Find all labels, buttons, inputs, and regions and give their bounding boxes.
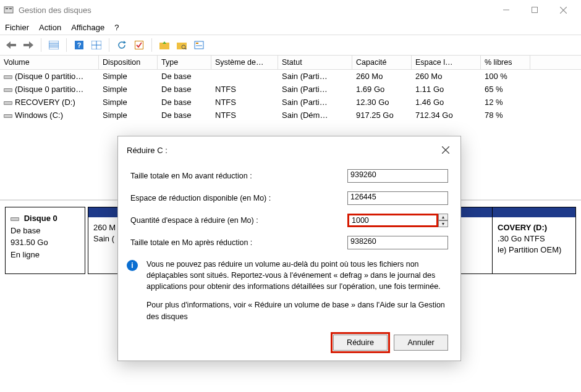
svg-rect-37 [4,115,12,117]
info-icon: i [127,260,138,271]
properties-icon[interactable] [192,38,206,52]
back-button[interactable] [4,38,19,52]
svg-text:?: ? [77,41,82,49]
svg-rect-39 [11,218,19,220]
volume-icon [4,87,12,93]
close-button[interactable] [549,1,577,19]
col-volume[interactable]: Volume [0,56,99,69]
svg-rect-27 [195,41,203,49]
svg-rect-28 [196,43,198,44]
col-fs[interactable]: Système de… [211,56,278,69]
menu-action[interactable]: Action [39,23,61,32]
dialog-title: Réduire C : [127,146,168,155]
svg-rect-1 [6,8,8,9]
table-row[interactable]: RECOVERY (D:)SimpleDe baseNTFSSain (Part… [0,96,581,109]
svg-rect-4 [532,7,538,13]
svg-rect-8 [10,44,16,46]
table-header: Volume Disposition Type Système de… Stat… [0,56,581,70]
spin-up-button[interactable]: ▲ [438,214,448,220]
svg-rect-35 [4,102,12,104]
disk-management-icon [4,5,14,15]
forward-button[interactable] [21,38,36,52]
svg-rect-10 [23,44,30,46]
window-title: Gestion des disques [19,6,91,15]
dialog-close-button[interactable] [438,143,453,157]
titlebar: Gestion des disques [0,0,581,20]
folder-up-icon[interactable] [157,38,172,52]
menu-help[interactable]: ? [114,23,119,32]
label-available: Espace de réduction disponible (en Mo) : [130,194,347,202]
spin-down-button[interactable]: ▼ [438,220,448,227]
info-text-1: Vous ne pouvez pas réduire un volume au-… [146,259,448,292]
check-icon[interactable] [132,38,146,52]
info-text-2: Pour plus d'informations, voir « Réduire… [146,299,448,322]
svg-rect-0 [4,7,13,13]
help-icon[interactable]: ? [72,38,87,52]
disk-summary[interactable]: Disque 0 De base 931.50 Go En ligne [5,207,85,274]
menubar: Fichier Action Affichage ? [0,20,581,35]
partition-segment-recovery[interactable]: COVERY (D:) .30 Go NTFS le) Partition OE… [493,207,576,274]
table-row[interactable]: Windows (C:)SimpleDe baseNTFSSain (Dém…9… [0,109,581,122]
svg-rect-33 [4,89,12,91]
refresh-icon[interactable] [114,38,129,52]
shrink-button[interactable]: Réduire [333,335,388,351]
minimize-button[interactable] [492,1,520,19]
col-status[interactable]: Statut [278,56,352,69]
disk-icon [11,216,19,222]
value-total-before: 939260 [347,169,448,183]
svg-marker-20 [124,41,126,44]
shrink-amount-input[interactable] [347,214,438,227]
disk-type: De base [11,226,40,235]
shrink-dialog: Réduire C : Taille totale en Mo avant ré… [117,136,461,361]
col-type[interactable]: Type [158,56,211,69]
svg-rect-31 [4,76,12,78]
toolbar: ? [0,35,581,56]
label-amount: Quantité d'espace à réduire (en Mo) : [130,216,347,225]
col-capacity[interactable]: Capacité [352,56,412,69]
volume-icon [4,100,12,106]
table-row[interactable]: (Disque 0 partitio…SimpleDe baseNTFSSain… [0,83,581,96]
col-layout[interactable]: Disposition [99,56,158,69]
table-view-icon[interactable] [46,38,61,52]
table-row[interactable]: (Disque 0 partitio…SimpleDe baseSain (Pa… [0,70,581,83]
svg-rect-2 [9,8,12,9]
col-free[interactable]: Espace l… [412,56,481,69]
col-pct[interactable]: % libres [481,56,530,69]
svg-rect-21 [135,41,143,49]
menu-view[interactable]: Affichage [71,23,104,32]
folder-search-icon[interactable] [174,38,189,52]
disk-status: En ligne [11,250,40,259]
grid-view-icon[interactable] [89,38,104,52]
cancel-button[interactable]: Annuler [394,335,448,351]
maximize-button[interactable] [520,1,549,19]
disk-size: 931.50 Go [11,238,48,247]
value-total-after: 938260 [347,236,448,249]
segment-title: COVERY (D:) [498,223,547,232]
volume-icon [4,113,12,119]
menu-file[interactable]: Fichier [5,23,29,32]
disk-name: Disque 0 [24,214,57,223]
volume-icon [4,74,12,80]
label-total-after: Taille totale en Mo après réduction : [130,238,347,247]
value-available: 126445 [347,191,448,205]
svg-marker-9 [29,41,33,49]
svg-marker-7 [6,41,11,49]
label-total-before: Taille totale en Mo avant réduction : [130,172,347,180]
